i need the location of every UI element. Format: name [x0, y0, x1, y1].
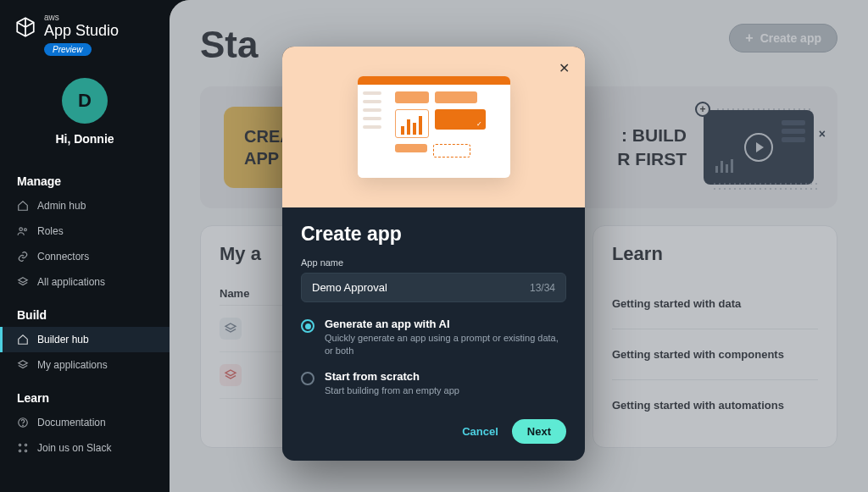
nav-slack[interactable]: Join us on Slack	[0, 435, 170, 461]
nav-documentation[interactable]: Documentation	[0, 410, 170, 435]
nav-heading-learn: Learn	[0, 386, 170, 410]
option-desc: Quickly generate an app using a prompt o…	[325, 332, 566, 358]
greeting: Hi, Donnie	[55, 132, 114, 146]
nav-my-applications[interactable]: My applications	[0, 352, 170, 378]
hero-illustration	[358, 76, 510, 178]
radio-icon	[301, 372, 314, 385]
svg-point-3	[23, 425, 24, 426]
product-name: App Studio	[44, 22, 119, 41]
nav-label: Builder hub	[37, 334, 89, 346]
svg-point-5	[25, 444, 26, 445]
aws-label: aws	[44, 14, 119, 22]
sidebar: aws App Studio Preview D Hi, Donnie Mana…	[0, 0, 170, 492]
question-icon	[17, 417, 29, 428]
close-icon[interactable]: ✕	[559, 60, 570, 76]
nav-all-applications[interactable]: All applications	[0, 269, 170, 295]
nav-label: My applications	[37, 359, 108, 371]
slack-icon	[17, 442, 29, 454]
create-app-modal: ✕	[282, 47, 585, 461]
cancel-button[interactable]: Cancel	[462, 425, 498, 438]
svg-point-0	[19, 228, 23, 231]
avatar[interactable]: D	[62, 78, 108, 124]
nav-label: Roles	[37, 225, 64, 237]
nav-label: Connectors	[37, 251, 89, 263]
char-count: 13/34	[530, 282, 555, 294]
home-icon	[17, 200, 29, 212]
nav-roles[interactable]: Roles	[0, 218, 170, 244]
svg-point-4	[19, 444, 20, 445]
nav-label: Join us on Slack	[37, 442, 111, 454]
nav-builder-hub[interactable]: Builder hub	[0, 327, 170, 352]
nav-label: Documentation	[37, 417, 106, 428]
app-name-input[interactable]: Demo Approval 13/34	[301, 273, 566, 302]
nav-heading-build: Build	[0, 303, 170, 327]
nav-label: Admin hub	[37, 200, 86, 212]
svg-point-7	[25, 450, 26, 451]
users-icon	[17, 225, 29, 237]
option-title: Generate an app with AI	[325, 318, 566, 330]
nav-heading-manage: Manage	[0, 169, 170, 193]
home-icon	[17, 334, 29, 346]
option-desc: Start building from an empty app	[325, 384, 459, 397]
radio-selected-icon	[301, 319, 314, 333]
nav-admin-hub[interactable]: Admin hub	[0, 193, 170, 218]
nav-label: All applications	[37, 276, 105, 288]
app-name-label: App name	[301, 257, 566, 268]
svg-point-1	[24, 228, 26, 230]
option-generate-ai[interactable]: Generate an app with AI Quickly generate…	[301, 318, 566, 358]
app-name-value: Demo Approval	[312, 281, 387, 294]
link-icon	[17, 251, 29, 263]
next-button[interactable]: Next	[512, 419, 566, 444]
logo-area: aws App Studio Preview	[0, 14, 170, 66]
layers-icon	[17, 276, 29, 288]
nav-connectors[interactable]: Connectors	[0, 244, 170, 269]
option-from-scratch[interactable]: Start from scratch Start building from a…	[301, 370, 566, 397]
option-title: Start from scratch	[325, 370, 459, 383]
preview-badge: Preview	[44, 43, 92, 56]
modal-hero: ✕	[282, 47, 585, 207]
svg-point-6	[19, 450, 20, 451]
layers-icon	[17, 359, 29, 371]
app-studio-logo-icon	[14, 15, 37, 39]
modal-title: Create app	[301, 223, 566, 246]
